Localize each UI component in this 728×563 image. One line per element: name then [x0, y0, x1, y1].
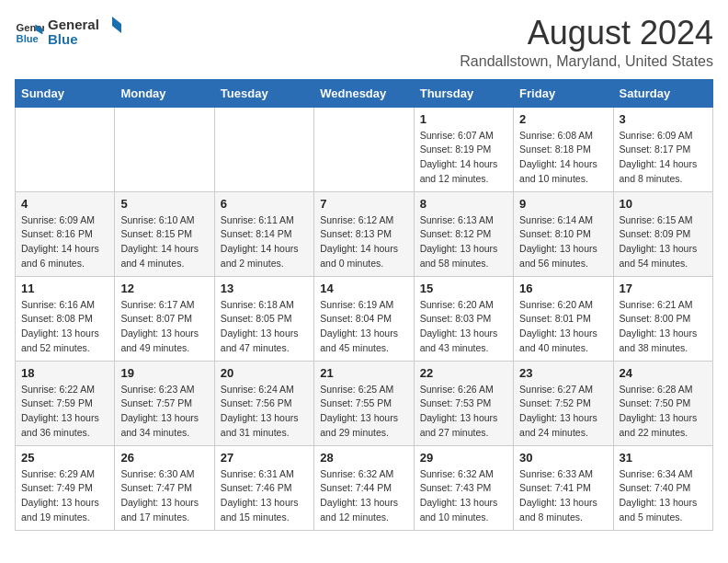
- day-number: 29: [420, 451, 507, 465]
- week-row-3: 11Sunrise: 6:16 AMSunset: 8:08 PMDayligh…: [16, 276, 713, 361]
- month-year: August 2024: [460, 15, 713, 52]
- calendar-cell: 3Sunrise: 6:09 AMSunset: 8:17 PMDaylight…: [613, 107, 712, 191]
- day-number: 19: [120, 366, 208, 380]
- calendar-table: SundayMondayTuesdayWednesdayThursdayFrid…: [15, 79, 713, 531]
- location: Randallstown, Maryland, United States: [460, 53, 713, 70]
- day-detail: Sunrise: 6:32 AMSunset: 7:43 PMDaylight:…: [420, 467, 507, 525]
- column-header-friday: Friday: [514, 79, 613, 107]
- day-detail: Sunrise: 6:10 AMSunset: 8:15 PMDaylight:…: [120, 213, 208, 271]
- column-header-wednesday: Wednesday: [314, 79, 414, 107]
- day-detail: Sunrise: 6:24 AMSunset: 7:56 PMDaylight:…: [221, 383, 308, 441]
- calendar-cell: 31Sunrise: 6:34 AMSunset: 7:40 PMDayligh…: [613, 445, 712, 530]
- day-detail: Sunrise: 6:23 AMSunset: 7:57 PMDaylight:…: [120, 383, 208, 441]
- logo-icon: General Blue: [15, 18, 44, 48]
- column-header-monday: Monday: [115, 79, 214, 107]
- calendar-cell: [214, 107, 313, 191]
- day-number: 3: [620, 112, 707, 126]
- calendar-cell: 14Sunrise: 6:19 AMSunset: 8:04 PMDayligh…: [314, 276, 414, 361]
- day-detail: Sunrise: 6:19 AMSunset: 8:04 PMDaylight:…: [320, 298, 407, 356]
- day-number: 28: [320, 451, 407, 465]
- day-detail: Sunrise: 6:13 AMSunset: 8:12 PMDaylight:…: [420, 213, 507, 271]
- calendar-cell: 9Sunrise: 6:14 AMSunset: 8:10 PMDaylight…: [514, 191, 613, 276]
- page-header: General Blue General Blue August 2024 Ra…: [15, 15, 713, 70]
- day-number: 24: [620, 366, 707, 380]
- day-number: 6: [221, 197, 308, 211]
- day-number: 15: [420, 282, 507, 295]
- calendar-cell: [16, 107, 115, 191]
- calendar-cell: 7Sunrise: 6:12 AMSunset: 8:13 PMDaylight…: [314, 191, 414, 276]
- day-detail: Sunrise: 6:20 AMSunset: 8:01 PMDaylight:…: [519, 298, 607, 356]
- day-number: 2: [519, 112, 607, 126]
- day-detail: Sunrise: 6:17 AMSunset: 8:07 PMDaylight:…: [120, 298, 208, 356]
- day-detail: Sunrise: 6:11 AMSunset: 8:14 PMDaylight:…: [221, 213, 308, 271]
- day-detail: Sunrise: 6:31 AMSunset: 7:46 PMDaylight:…: [221, 467, 308, 525]
- calendar-header-row: SundayMondayTuesdayWednesdayThursdayFrid…: [16, 79, 713, 107]
- calendar-cell: [115, 107, 214, 191]
- column-header-sunday: Sunday: [16, 79, 115, 107]
- day-detail: Sunrise: 6:27 AMSunset: 7:52 PMDaylight:…: [519, 383, 607, 441]
- calendar-cell: 18Sunrise: 6:22 AMSunset: 7:59 PMDayligh…: [16, 361, 115, 445]
- calendar-cell: [314, 107, 414, 191]
- day-detail: Sunrise: 6:15 AMSunset: 8:09 PMDaylight:…: [620, 213, 707, 271]
- day-detail: Sunrise: 6:20 AMSunset: 8:03 PMDaylight:…: [420, 298, 507, 356]
- column-header-tuesday: Tuesday: [214, 79, 313, 107]
- calendar-cell: 30Sunrise: 6:33 AMSunset: 7:41 PMDayligh…: [514, 445, 613, 530]
- day-detail: Sunrise: 6:09 AMSunset: 8:17 PMDaylight:…: [620, 129, 707, 187]
- day-number: 31: [620, 451, 707, 465]
- day-number: 13: [221, 282, 308, 295]
- calendar-cell: 5Sunrise: 6:10 AMSunset: 8:15 PMDaylight…: [115, 191, 214, 276]
- day-number: 10: [620, 197, 707, 211]
- day-number: 16: [519, 282, 607, 295]
- svg-text:General: General: [48, 17, 99, 32]
- day-number: 12: [120, 282, 208, 295]
- calendar-cell: 25Sunrise: 6:29 AMSunset: 7:49 PMDayligh…: [16, 445, 115, 530]
- day-number: 23: [519, 366, 607, 380]
- day-number: 11: [21, 282, 108, 295]
- calendar-cell: 10Sunrise: 6:15 AMSunset: 8:09 PMDayligh…: [613, 191, 712, 276]
- calendar-cell: 1Sunrise: 6:07 AMSunset: 8:19 PMDaylight…: [414, 107, 513, 191]
- calendar-cell: 6Sunrise: 6:11 AMSunset: 8:14 PMDaylight…: [214, 191, 313, 276]
- day-detail: Sunrise: 6:08 AMSunset: 8:18 PMDaylight:…: [519, 129, 607, 187]
- calendar-cell: 20Sunrise: 6:24 AMSunset: 7:56 PMDayligh…: [214, 361, 313, 445]
- week-row-1: 1Sunrise: 6:07 AMSunset: 8:19 PMDaylight…: [16, 107, 713, 191]
- day-detail: Sunrise: 6:21 AMSunset: 8:00 PMDaylight:…: [620, 298, 707, 356]
- day-number: 25: [21, 451, 108, 465]
- column-header-saturday: Saturday: [613, 79, 712, 107]
- calendar-cell: 28Sunrise: 6:32 AMSunset: 7:44 PMDayligh…: [314, 445, 414, 530]
- day-detail: Sunrise: 6:12 AMSunset: 8:13 PMDaylight:…: [320, 213, 407, 271]
- day-detail: Sunrise: 6:09 AMSunset: 8:16 PMDaylight:…: [21, 213, 108, 271]
- calendar-cell: 26Sunrise: 6:30 AMSunset: 7:47 PMDayligh…: [115, 445, 214, 530]
- day-detail: Sunrise: 6:34 AMSunset: 7:40 PMDaylight:…: [620, 467, 707, 525]
- calendar-cell: 12Sunrise: 6:17 AMSunset: 8:07 PMDayligh…: [115, 276, 214, 361]
- calendar-cell: 4Sunrise: 6:09 AMSunset: 8:16 PMDaylight…: [16, 191, 115, 276]
- calendar-cell: 29Sunrise: 6:32 AMSunset: 7:43 PMDayligh…: [414, 445, 513, 530]
- day-number: 5: [120, 197, 208, 211]
- day-number: 30: [519, 451, 607, 465]
- day-number: 20: [221, 366, 308, 380]
- day-detail: Sunrise: 6:26 AMSunset: 7:53 PMDaylight:…: [420, 383, 507, 441]
- calendar-cell: 8Sunrise: 6:13 AMSunset: 8:12 PMDaylight…: [414, 191, 513, 276]
- title-block: August 2024 Randallstown, Maryland, Unit…: [460, 15, 713, 70]
- day-number: 27: [221, 451, 308, 465]
- day-detail: Sunrise: 6:33 AMSunset: 7:41 PMDaylight:…: [519, 467, 607, 525]
- svg-text:Blue: Blue: [17, 33, 39, 44]
- week-row-4: 18Sunrise: 6:22 AMSunset: 7:59 PMDayligh…: [16, 361, 713, 445]
- calendar-cell: 15Sunrise: 6:20 AMSunset: 8:03 PMDayligh…: [414, 276, 513, 361]
- calendar-cell: 11Sunrise: 6:16 AMSunset: 8:08 PMDayligh…: [16, 276, 115, 361]
- day-number: 22: [420, 366, 507, 380]
- svg-text:Blue: Blue: [48, 31, 78, 47]
- day-number: 8: [420, 197, 507, 211]
- day-number: 7: [320, 197, 407, 211]
- day-number: 9: [519, 197, 607, 211]
- day-number: 14: [320, 282, 407, 295]
- day-detail: Sunrise: 6:14 AMSunset: 8:10 PMDaylight:…: [519, 213, 607, 271]
- calendar-cell: 22Sunrise: 6:26 AMSunset: 7:53 PMDayligh…: [414, 361, 513, 445]
- calendar-cell: 2Sunrise: 6:08 AMSunset: 8:18 PMDaylight…: [514, 107, 613, 191]
- day-number: 26: [120, 451, 208, 465]
- day-detail: Sunrise: 6:25 AMSunset: 7:55 PMDaylight:…: [320, 383, 407, 441]
- logo-svg: General Blue: [48, 15, 121, 48]
- calendar-cell: 16Sunrise: 6:20 AMSunset: 8:01 PMDayligh…: [514, 276, 613, 361]
- day-number: 1: [420, 112, 507, 126]
- day-number: 18: [21, 366, 108, 380]
- calendar-body: 1Sunrise: 6:07 AMSunset: 8:19 PMDaylight…: [16, 107, 713, 530]
